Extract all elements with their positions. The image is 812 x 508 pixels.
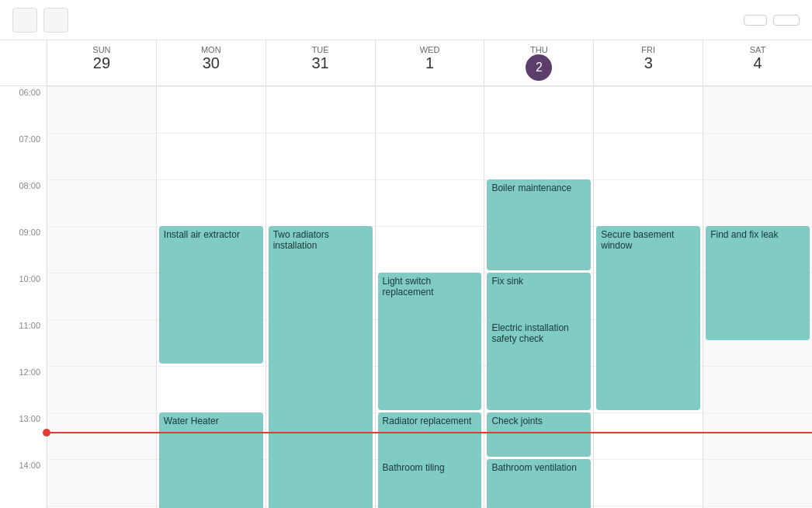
day-number: 30 [157, 54, 265, 72]
time-slot-0900: 09:00 [0, 226, 47, 273]
hour-line [47, 366, 156, 412]
hour-line [47, 86, 156, 133]
prev-button[interactable] [12, 8, 37, 33]
day-header-wed: WED1 [375, 40, 484, 85]
hour-line [47, 273, 156, 319]
day-number: 29 [47, 54, 156, 72]
day-col-wed: Light switch replacementRadiator replace… [375, 86, 484, 508]
hour-line [703, 366, 812, 412]
today-button[interactable] [744, 15, 767, 26]
time-slot-0600: 06:00 [0, 86, 47, 133]
day-header-mon: MON30 [156, 40, 265, 85]
days-grid: Install air extractorWater HeaterReplace… [47, 86, 812, 508]
time-slot-1200: 12:00 [0, 366, 47, 412]
hour-line [594, 86, 703, 133]
day-header-tue: TUE31 [265, 40, 375, 85]
day-name: MON [157, 45, 265, 54]
day-number: 31 [266, 54, 375, 72]
day-number: 1 [376, 54, 484, 72]
hour-line [47, 459, 156, 506]
event-item[interactable]: Electric installation safety check [487, 319, 591, 410]
hour-line [484, 86, 593, 133]
hour-line [703, 133, 812, 179]
hour-line [266, 179, 375, 226]
calendar-header [0, 0, 812, 40]
event-item[interactable]: Light switch replacement [378, 273, 482, 410]
event-item[interactable]: Check joints [487, 412, 591, 457]
calendar-title [75, 12, 737, 28]
day-col-fri: Secure basement window [593, 86, 703, 508]
day-col-sat: Find and fix leak [703, 86, 812, 508]
hour-line [594, 459, 703, 506]
calendar-container: SUN29MON30TUE31WED1THU2FRI3SAT4 06:0007:… [0, 40, 812, 508]
hour-line [47, 133, 156, 179]
day-name: WED [376, 45, 484, 54]
event-item[interactable]: Water Heater [159, 412, 263, 508]
time-column: 06:0007:0008:0009:0010:0011:0012:0013:00… [0, 86, 47, 508]
hour-line [594, 133, 703, 179]
calendar-body: 06:0007:0008:0009:0010:0011:0012:0013:00… [0, 86, 812, 508]
time-slot-1300: 13:00 [0, 412, 47, 459]
hour-line [703, 86, 812, 133]
day-header-fri: FRI3 [593, 40, 703, 85]
day-name: SUN [47, 45, 156, 54]
day-header-sun: SUN29 [47, 40, 156, 85]
hour-line [703, 179, 812, 226]
time-slot-1000: 10:00 [0, 273, 47, 319]
hour-line [47, 226, 156, 273]
hour-line [157, 86, 265, 133]
event-item[interactable]: Bathroom ventilation [487, 459, 591, 508]
time-gutter-header [0, 40, 47, 85]
time-slot-0800: 08:00 [0, 179, 47, 226]
day-col-thu: Boiler maintenanceFix sinkElectric insta… [484, 86, 593, 508]
day-header-sat: SAT4 [703, 40, 812, 85]
day-headers: SUN29MON30TUE31WED1THU2FRI3SAT4 [0, 40, 812, 86]
hour-line [703, 459, 812, 506]
next-button[interactable] [43, 8, 68, 33]
hour-line [47, 179, 156, 226]
hour-line [376, 133, 484, 179]
hour-line [376, 179, 484, 226]
hour-line [376, 226, 484, 273]
hour-line [376, 86, 484, 133]
day-col-sun [47, 86, 156, 508]
event-item[interactable]: Find and fix leak [706, 226, 810, 340]
time-slot-1400: 14:00 [0, 459, 47, 506]
header-actions [744, 15, 800, 26]
day-number: 4 [703, 54, 812, 72]
hour-line [47, 319, 156, 366]
hour-line [157, 133, 265, 179]
day-number: 2 [526, 54, 552, 81]
day-col-tue: Two radiators installation [265, 86, 375, 508]
week-button[interactable] [773, 15, 800, 26]
day-number: 3 [594, 54, 703, 72]
day-name: FRI [594, 45, 703, 54]
day-name: TUE [266, 45, 375, 54]
hour-line [266, 86, 375, 133]
event-item[interactable]: Boiler maintenance [487, 179, 591, 270]
hour-line [157, 366, 265, 412]
hour-line [484, 133, 593, 179]
event-item[interactable]: Install air extractor [159, 226, 263, 364]
hour-line [157, 179, 265, 226]
time-slot-0700: 07:00 [0, 133, 47, 179]
hour-line [594, 412, 703, 459]
event-item[interactable]: Bathroom tiling [378, 459, 482, 508]
day-name: THU [484, 45, 593, 54]
hour-line [47, 412, 156, 459]
time-slot-1100: 11:00 [0, 319, 47, 366]
hour-line [594, 179, 703, 226]
day-col-mon: Install air extractorWater HeaterReplace… [156, 86, 265, 508]
event-item[interactable]: Secure basement window [596, 226, 700, 410]
hour-line [703, 412, 812, 459]
day-header-thu: THU2 [484, 40, 593, 85]
event-item[interactable]: Two radiators installation [269, 226, 373, 508]
day-name: SAT [703, 45, 812, 54]
hour-line [266, 133, 375, 179]
